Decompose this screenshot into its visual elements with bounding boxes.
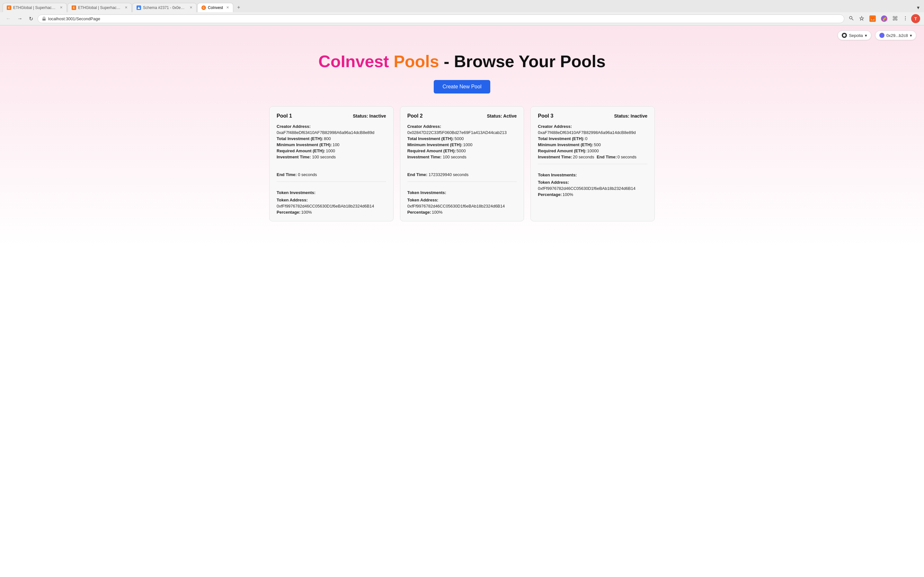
pool-1-end-time: End Time: 0 seconds bbox=[277, 172, 317, 177]
pool-3-pct-label: Percentage: bbox=[538, 192, 562, 197]
ext-rainbow-button[interactable]: 🌈 bbox=[879, 14, 889, 23]
pool-3-token-addr-row: Token Address: bbox=[538, 180, 647, 185]
pool-2-token-addr-label: Token Address: bbox=[407, 198, 439, 202]
page-title: CoInvest Pools - Browse Your Pools bbox=[319, 52, 605, 71]
tab-2[interactable]: E ETHGlobal | Superhack 2024 ✕ bbox=[68, 3, 132, 12]
tab-4[interactable]: C CoInvest ✕ bbox=[197, 3, 233, 12]
back-button[interactable]: ← bbox=[4, 15, 13, 23]
reload-button[interactable]: ↻ bbox=[27, 15, 35, 23]
pool-2-creator-address-row: 0x02847D22C33f5F060Bd27e69F1a413AD44cab2… bbox=[407, 130, 517, 135]
pool-3-min-value: 500 bbox=[594, 142, 601, 147]
pool-1-creator-address-row: 0xaF7f488eDf63410AF7B82998A6a96a14dcB8e8… bbox=[277, 130, 386, 135]
pool-2-total-label: Total Investment (ETH): bbox=[407, 136, 454, 141]
pool-3-pct-row: Percentage: 100% bbox=[538, 192, 647, 197]
network-chevron: ▾ bbox=[865, 33, 867, 38]
title-rest: - Browse Your Pools bbox=[444, 52, 605, 71]
pool-2-end-label: End Time: bbox=[407, 172, 428, 177]
pool-2-investment-time: Investment Time: 100 seconds bbox=[407, 155, 467, 160]
pool-3-token-addr-value: 0xfFf9976782d46CC05630D1f6eBAb18b2324d6B… bbox=[538, 186, 636, 191]
new-tab-button[interactable]: + bbox=[234, 3, 243, 12]
pool-3-end-label: End Time: bbox=[597, 155, 617, 160]
tab-2-title: ETHGlobal | Superhack 2024 bbox=[78, 5, 121, 10]
pool-3-creator-address-row: 0xaF7f488eDf63410AF7B82998A6a96a14dcB8e8… bbox=[538, 130, 647, 135]
pool-2-required-label: Required Amount (ETH): bbox=[407, 148, 456, 153]
pool-3-total-value: 0 bbox=[585, 136, 587, 141]
pool-1-token-addr-value-row: 0xfFf9976782d46CC05630D1f6eBAb18b2324d6B… bbox=[277, 204, 386, 208]
pool-1-end-label: End Time: bbox=[277, 172, 297, 177]
tab-3[interactable]: Schema #2371 - 0x0e79...13 ✕ bbox=[132, 3, 196, 12]
pool-3-info: Creator Address: 0xaF7f488eDf63410AF7B82… bbox=[538, 124, 647, 197]
address-text: localhost:3001/SecondPage bbox=[48, 16, 840, 21]
pool-3-min-row: Minimum Investment (ETH): 500 bbox=[538, 142, 647, 147]
pool-2-required-value: 5000 bbox=[457, 148, 466, 153]
pool-1-status: Status: Inactive bbox=[353, 113, 386, 119]
pool-1-creator-label: Creator Address: bbox=[277, 124, 311, 129]
tab-4-title: CoInvest bbox=[208, 5, 223, 10]
pool-1-creator-address: 0xaF7f488eDf63410AF7B82998A6a96a14dcB8e8… bbox=[277, 130, 374, 135]
more-menu-icon bbox=[903, 16, 908, 21]
tab-1[interactable]: E ETHGlobal | Superhack 2024 ✕ bbox=[3, 3, 67, 12]
tab-4-close[interactable]: ✕ bbox=[226, 5, 229, 10]
address-bar[interactable]: localhost:3001/SecondPage bbox=[38, 15, 844, 23]
pool-2-token-addr-row: Token Address: bbox=[407, 198, 517, 202]
tab-1-close[interactable]: ✕ bbox=[60, 5, 63, 10]
tab-2-close[interactable]: ✕ bbox=[125, 5, 127, 10]
pool-1-pct-row: Percentage: 100% bbox=[277, 210, 386, 214]
pool-1-token-addr-value: 0xfFf9976782d46CC05630D1f6eBAb18b2324d6B… bbox=[277, 204, 374, 208]
wallet-address: 0x29...b2c8 bbox=[886, 33, 908, 38]
pool-2-total-value: 5000 bbox=[455, 136, 464, 141]
pool-3-token-addr-value-row: 0xfFf9976782d46CC05630D1f6eBAb18b2324d6B… bbox=[538, 186, 647, 191]
puzzle-icon bbox=[892, 16, 898, 21]
pool-2-status: Status: Active bbox=[487, 113, 517, 119]
browser-chrome: E ETHGlobal | Superhack 2024 ✕ E ETHGlob… bbox=[0, 0, 924, 26]
pool-3-inv-time-label: Investment Time: bbox=[538, 155, 572, 160]
pool-2-min-value: 1000 bbox=[463, 142, 473, 147]
pool-1-total-row: Total Investment (ETH): 800 bbox=[277, 136, 386, 141]
pool-3-status: Status: Inactive bbox=[614, 113, 647, 119]
pool-3-creator-label: Creator Address: bbox=[538, 124, 572, 129]
pool-2-required-row: Required Amount (ETH): 5000 bbox=[407, 148, 517, 153]
pool-1-end-value: 0 seconds bbox=[298, 172, 317, 177]
svg-point-2 bbox=[850, 16, 852, 19]
pool-2-creator-label: Creator Address: bbox=[407, 124, 441, 129]
ext-puzzle-button[interactable] bbox=[890, 15, 900, 23]
pool-2-end-time: End Time: 1723329940 seconds bbox=[407, 172, 469, 177]
pool-2-inv-time-label: Investment Time: bbox=[407, 155, 442, 160]
svg-point-6 bbox=[905, 18, 906, 18]
pool-3-creator-address: 0xaF7f488eDf63410AF7B82998A6a96a14dcB8e8… bbox=[538, 130, 636, 135]
title-coinvest: CoInvest bbox=[319, 52, 389, 71]
wallet-icon bbox=[879, 33, 884, 38]
pool-1-header: Pool 1 Status: Inactive bbox=[277, 113, 386, 119]
create-pool-button[interactable]: Create New Pool bbox=[434, 80, 491, 93]
pool-2-pct-value: 100% bbox=[432, 210, 443, 214]
pool-1-min-row: Minimum Investment (ETH): 100 bbox=[277, 142, 386, 147]
pool-2-time-row: Investment Time: 100 seconds End Time: 1… bbox=[407, 155, 517, 177]
pool-3-min-label: Minimum Investment (ETH): bbox=[538, 142, 593, 147]
menu-button[interactable] bbox=[901, 15, 910, 23]
pool-1-total-value: 800 bbox=[324, 136, 331, 141]
zoom-button[interactable] bbox=[847, 15, 856, 23]
ext-metamask-button[interactable]: 🦊 bbox=[868, 14, 878, 23]
pool-2-min-label: Minimum Investment (ETH): bbox=[407, 142, 463, 147]
forward-button[interactable]: → bbox=[15, 15, 24, 23]
page-wrapper: Sepolia ▾ 0x29...b2c8 ▾ CoInvest Pools -… bbox=[0, 26, 924, 577]
pool-2-name: Pool 2 bbox=[407, 113, 423, 119]
pool-1-time-row: Investment Time: 100 seconds End Time: 0… bbox=[277, 155, 386, 177]
profile-avatar[interactable]: T bbox=[911, 14, 920, 23]
pool-1-creator-row: Creator Address: bbox=[277, 124, 386, 129]
wallet-chevron: ▾ bbox=[910, 33, 912, 38]
bookmark-button[interactable] bbox=[857, 15, 866, 23]
svg-point-5 bbox=[905, 16, 906, 17]
pool-1-inv-time-value: 100 seconds bbox=[312, 155, 336, 160]
pool-1-name: Pool 1 bbox=[277, 113, 292, 119]
pool-1-pct-value: 100% bbox=[301, 210, 312, 214]
pool-2-token-title: Token Investments: bbox=[407, 190, 517, 195]
tab-3-title: Schema #2371 - 0x0e79...13 bbox=[143, 5, 186, 10]
pool-3-total-label: Total Investment (ETH): bbox=[538, 136, 584, 141]
tab-3-close[interactable]: ✕ bbox=[190, 5, 192, 10]
pool-3-inv-time-value: 20 seconds bbox=[573, 155, 594, 160]
tab-list-button[interactable]: ▾ bbox=[915, 3, 921, 12]
pool-1-required-value: 1000 bbox=[326, 148, 335, 153]
network-badge[interactable]: Sepolia ▾ bbox=[837, 31, 871, 40]
wallet-badge[interactable]: 0x29...b2c8 ▾ bbox=[875, 31, 916, 40]
